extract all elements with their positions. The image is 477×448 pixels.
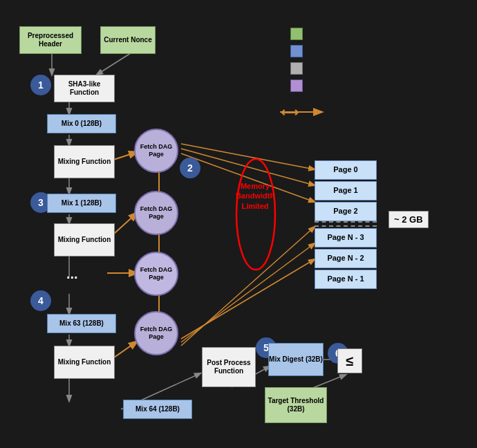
current-nonce-box: Current Nonce <box>100 26 156 54</box>
legend-gray <box>290 62 303 75</box>
svg-line-18 <box>181 144 315 169</box>
diagram: Preprocessed Header Current Nonce 1 SHA3… <box>0 0 477 448</box>
double-arrow: ⟷ <box>281 105 299 120</box>
page-0: Page 0 <box>315 160 377 180</box>
mixing-function-3: Mixing Function <box>54 346 115 379</box>
dots: ··· <box>66 270 78 286</box>
mixing-function-2: Mixing Function <box>54 223 115 256</box>
leq-symbol: ≤ <box>337 348 362 373</box>
svg-line-21 <box>181 259 315 339</box>
post-process-box: Post Process Function <box>202 347 256 387</box>
page-2: Page 2 <box>315 202 377 221</box>
fetch-dag-3: Fetch DAG Page <box>134 252 178 296</box>
page-1: Page 1 <box>315 181 377 200</box>
mix-digest-box: Mix Digest (32B) <box>268 343 324 376</box>
mix64-box: Mix 64 (128B) <box>123 400 192 419</box>
size-label: ~ 2 GB <box>389 211 429 228</box>
target-threshold-box: Target Threshold (32B) <box>265 387 327 423</box>
svg-line-1 <box>97 52 133 75</box>
memory-bw-limited: Memory Bandwidth Limited <box>231 181 279 211</box>
badge-2: 2 <box>180 158 200 178</box>
fetch-dag-2: Fetch DAG Page <box>134 191 178 235</box>
legend-purple <box>290 80 303 92</box>
page-n2: Page N - 2 <box>315 249 377 268</box>
mix1-box: Mix 1 (128B) <box>47 194 116 213</box>
preprocessed-header-box: Preprocessed Header <box>19 26 82 54</box>
page-n3: Page N - 3 <box>315 228 377 248</box>
sha3-box: SHA3-like Function <box>54 75 115 102</box>
mix0-box: Mix 0 (128B) <box>47 114 116 133</box>
page-n1: Page N - 1 <box>315 270 377 289</box>
legend-green <box>290 28 303 40</box>
svg-point-29 <box>236 159 275 270</box>
badge-1: 1 <box>30 75 51 95</box>
mixing-function-1: Mixing Function <box>54 145 115 178</box>
fetch-dag-1: Fetch DAG Page <box>134 129 178 173</box>
svg-line-23 <box>181 227 315 346</box>
fetch-dag-4: Fetch DAG Page <box>134 311 178 355</box>
svg-line-19 <box>181 149 315 185</box>
svg-line-22 <box>181 243 315 342</box>
legend-blue <box>290 45 303 57</box>
badge-4: 4 <box>30 290 51 311</box>
mix63-box: Mix 63 (128B) <box>47 314 116 333</box>
